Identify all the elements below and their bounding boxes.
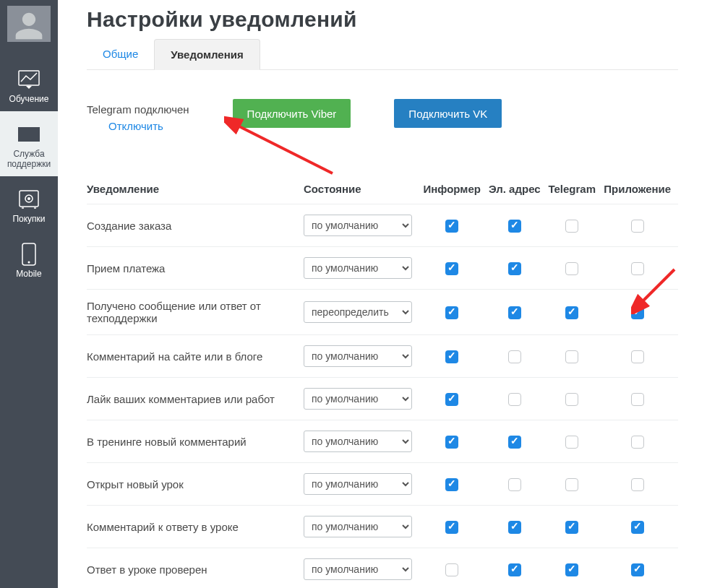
checkbox[interactable] [508,478,521,491]
svg-point-5 [28,261,30,264]
state-select[interactable]: по умолчаниюпереопределить [304,473,412,495]
state-select[interactable]: по умолчаниюпереопределить [304,257,412,279]
col-informer: Информер [422,176,488,204]
sidebar-item-support[interactable]: Служба поддержки [0,111,58,176]
notification-label: Получено сообщение или ответ от техподде… [87,290,304,335]
checkbox[interactable] [565,393,578,406]
checkbox[interactable] [631,478,644,491]
table-row: Лайк ваших комментариев или работпо умол… [87,378,678,420]
checkbox[interactable] [565,262,578,275]
sidebar: Обучение Служба поддержки Покупки Mobile [0,0,58,588]
checkbox[interactable] [565,350,578,363]
checkbox [445,262,458,275]
table-row: Открыт новый урокпо умолчаниюпереопредел… [87,463,678,506]
notification-label: Ответ в уроке проверен [87,548,304,589]
checkbox [565,563,578,576]
state-select[interactable]: по умолчаниюпереопределить [304,215,412,236]
sidebar-item-label: Покупки [0,214,58,224]
avatar[interactable] [7,6,51,42]
checkbox [565,521,578,534]
checkbox[interactable] [631,306,644,319]
chart-icon [0,65,58,94]
notifications-table: Уведомление Состояние Информер Эл. адрес… [87,176,678,588]
checkbox[interactable] [508,350,521,363]
state-select[interactable]: по умолчаниюпереопределить [304,431,412,452]
state-select[interactable]: по умолчаниюпереопределить [304,388,412,410]
table-row: В тренинге новый комментарийпо умолчанию… [87,420,678,463]
tab-notifications[interactable]: Уведомления [154,39,260,70]
checkbox[interactable] [565,436,578,449]
checkbox[interactable] [445,306,458,319]
table-row: Получено сообщение или ответ от техподде… [87,290,678,335]
checkbox[interactable] [631,350,644,363]
checkbox [508,436,521,449]
col-app: Приложение [602,176,678,204]
checkbox [508,521,521,534]
sidebar-item-training[interactable]: Обучение [0,56,58,111]
mobile-icon [0,240,58,269]
checkbox [445,350,458,363]
notification-label: Прием платежа [87,247,304,290]
checkbox [508,220,521,233]
checkbox [445,220,458,233]
page-title: Настройки уведомлений [87,7,678,32]
svg-point-3 [27,197,30,200]
sidebar-item-label: Служба поддержки [0,149,58,169]
checkbox [631,563,644,576]
checkbox[interactable] [565,306,578,319]
table-row: Комментарий на сайте или в блогепо умолч… [87,335,678,378]
table-row: Создание заказапо умолчаниюпереопределит… [87,204,678,247]
notification-label: Открыт новый урок [87,463,304,506]
safe-icon [0,185,58,214]
sidebar-item-label: Mobile [0,269,58,279]
checkbox[interactable] [631,220,644,233]
notification-label: В тренинге новый комментарий [87,420,304,463]
checkbox [445,521,458,534]
col-state: Состояние [304,176,422,204]
checkbox[interactable] [508,306,521,319]
tabs: Общие Уведомления [87,39,678,70]
notification-label: Комментарий на сайте или в блоге [87,335,304,378]
checkbox [508,563,521,576]
envelope-icon [0,120,58,149]
checkbox[interactable] [631,262,644,275]
disconnect-telegram-link[interactable]: Отключить [108,120,189,132]
checkbox [631,521,644,534]
checkbox [445,478,458,491]
table-row: Комментарий к ответу в урокепо умолчанию… [87,506,678,548]
checkbox[interactable] [565,220,578,233]
sidebar-item-mobile[interactable]: Mobile [0,231,58,286]
state-select[interactable]: по умолчаниюпереопределить [304,301,412,323]
tab-general[interactable]: Общие [87,39,154,69]
col-email: Эл. адрес [488,176,548,204]
notification-label: Лайк ваших комментариев или работ [87,378,304,420]
checkbox [445,393,458,406]
state-select[interactable]: по умолчаниюпереопределить [304,345,412,367]
connect-vk-button[interactable]: Подключить VK [394,99,502,128]
state-select[interactable]: по умолчаниюпереопределить [304,516,412,537]
checkbox[interactable] [631,436,644,449]
col-notification: Уведомление [87,176,304,204]
checkbox[interactable] [508,393,521,406]
col-telegram: Telegram [547,176,602,204]
checkbox[interactable] [565,478,578,491]
table-row: Прием платежапо умолчаниюпереопределить [87,247,678,290]
checkbox[interactable] [631,393,644,406]
telegram-status-text: Telegram подключен [87,103,189,116]
table-row: Ответ в уроке проверенпо умолчаниюпереоп… [87,548,678,589]
checkbox [508,262,521,275]
sidebar-item-purchases[interactable]: Покупки [0,176,58,231]
state-select[interactable]: по умолчаниюпереопределить [304,558,412,580]
notification-label: Комментарий к ответу в уроке [87,506,304,548]
checkbox [445,436,458,449]
sidebar-item-label: Обучение [0,94,58,104]
connect-viber-button[interactable]: Подключить Viber [233,99,351,128]
checkbox[interactable] [445,563,458,576]
notification-label: Создание заказа [87,204,304,247]
